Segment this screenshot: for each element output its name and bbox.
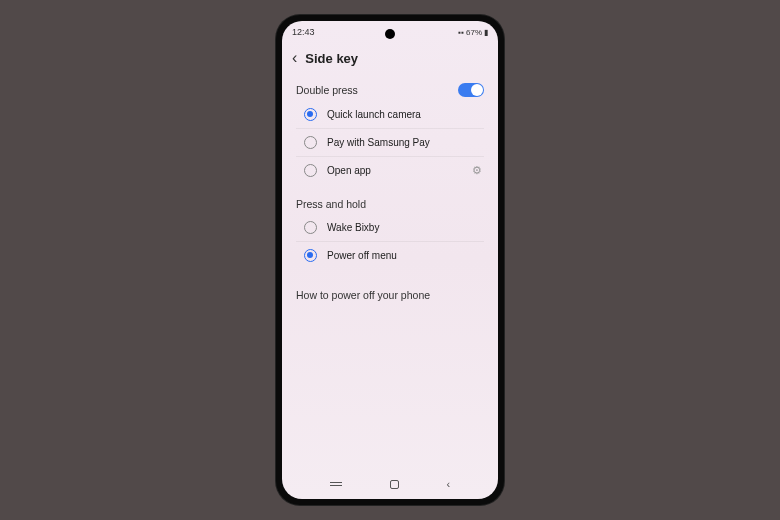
radio-icon [304, 164, 317, 177]
option-samsung-pay[interactable]: Pay with Samsung Pay [296, 129, 484, 157]
battery-icon: ▮ [484, 28, 488, 37]
press-hold-title: Press and hold [296, 198, 366, 210]
press-hold-header: Press and hold [296, 194, 484, 214]
option-label: Power off menu [327, 250, 482, 261]
option-label: Quick launch camera [327, 109, 482, 120]
option-power-off-menu[interactable]: Power off menu [296, 242, 484, 269]
option-quick-launch-camera[interactable]: Quick launch camera [296, 101, 484, 129]
section-press-hold: Press and hold Wake Bixby Power off menu [282, 192, 498, 277]
gear-icon[interactable]: ⚙ [472, 164, 482, 177]
status-time: 12:43 [292, 27, 315, 37]
double-press-header: Double press [296, 79, 484, 101]
radio-icon [304, 221, 317, 234]
phone-frame: 12:43 ▪▪ 67% ▮ ‹ Side key Double press Q… [276, 15, 504, 505]
nav-home-icon[interactable] [390, 480, 399, 489]
option-label: Wake Bixby [327, 222, 482, 233]
radio-icon [304, 249, 317, 262]
double-press-toggle[interactable] [458, 83, 484, 97]
radio-icon [304, 108, 317, 121]
nav-back-icon[interactable]: ‹ [446, 478, 450, 490]
nav-recent-icon[interactable] [330, 482, 342, 486]
signal-icon: ▪▪ [458, 28, 464, 37]
radio-icon [304, 136, 317, 149]
status-right: ▪▪ 67% ▮ [458, 28, 488, 37]
nav-bar: ‹ [282, 473, 498, 499]
screen: 12:43 ▪▪ 67% ▮ ‹ Side key Double press Q… [282, 21, 498, 499]
option-wake-bixby[interactable]: Wake Bixby [296, 214, 484, 242]
option-label: Pay with Samsung Pay [327, 137, 482, 148]
camera-hole [385, 29, 395, 39]
double-press-title: Double press [296, 84, 358, 96]
how-to-label: How to power off your phone [296, 289, 430, 301]
option-open-app[interactable]: Open app ⚙ [296, 157, 484, 184]
option-label: Open app [327, 165, 462, 176]
back-icon[interactable]: ‹ [292, 49, 297, 67]
page-title: Side key [305, 51, 358, 66]
section-double-press: Double press Quick launch camera Pay wit… [282, 77, 498, 192]
battery-text: 67% [466, 28, 482, 37]
how-to-link[interactable]: How to power off your phone [282, 277, 498, 313]
page-header: ‹ Side key [282, 43, 498, 77]
